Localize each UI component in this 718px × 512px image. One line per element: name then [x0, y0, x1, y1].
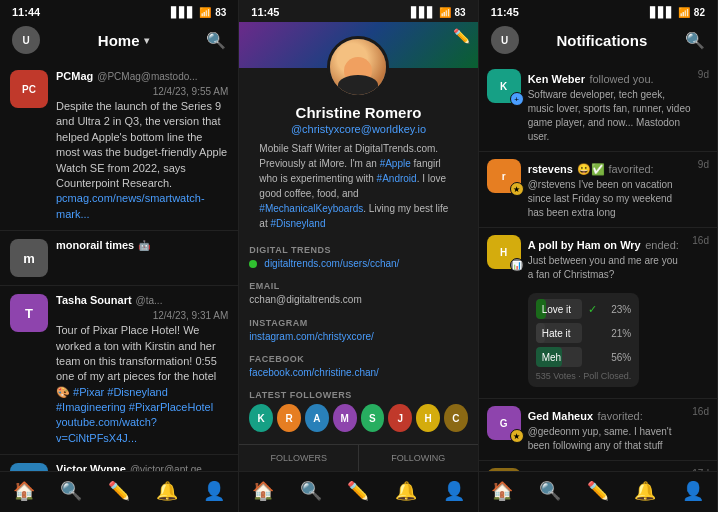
- poll-option: Love it ✓ 23%: [536, 299, 632, 319]
- nav-search-icon[interactable]: 🔍: [539, 480, 561, 502]
- instagram-link[interactable]: instagram.com/christyxcore/: [249, 331, 467, 342]
- hashtag[interactable]: #Disneyland: [270, 218, 325, 229]
- nav-notifications-icon[interactable]: 🔔: [156, 480, 178, 502]
- hashtag[interactable]: #MechanicalKeyboards: [259, 203, 363, 214]
- hashtag[interactable]: #PixarPlaceHotel: [129, 401, 213, 413]
- nav-home-icon[interactable]: 🏠: [13, 480, 35, 502]
- profile-header-image: ✏️: [239, 22, 477, 68]
- avatar-victor[interactable]: V: [10, 463, 48, 471]
- notif-name: rstevens: [528, 163, 573, 175]
- email-label: EMAIL: [249, 281, 467, 291]
- followers-stat[interactable]: FOLLOWERS: [239, 445, 358, 471]
- notif-avatar-joe1[interactable]: J ★: [487, 468, 521, 471]
- feed-link[interactable]: pcmag.com/news/smartwatch-mark...: [56, 192, 205, 219]
- nav-search-icon[interactable]: 🔍: [60, 480, 82, 502]
- follower-avatar[interactable]: H: [416, 404, 440, 432]
- notif-content: A poll by Ham on Wry ended: Just between…: [528, 235, 686, 282]
- nav-compose-icon[interactable]: ✏️: [108, 480, 130, 502]
- nav-profile-icon[interactable]: 👤: [203, 480, 225, 502]
- follower-avatar[interactable]: K: [249, 404, 273, 432]
- nav-compose-icon[interactable]: ✏️: [587, 480, 609, 502]
- notif-detail: Just between you and me are you a fan of…: [528, 254, 686, 282]
- poll-badge-icon: 📊: [510, 258, 524, 272]
- nav-home-icon[interactable]: 🏠: [491, 480, 513, 502]
- battery-notif: 82: [694, 7, 705, 18]
- status-bar-notif: 11:45 ▋▋▋ 📶 82: [479, 0, 717, 22]
- nav-profile-icon[interactable]: 👤: [682, 480, 704, 502]
- notif-item: G ★ Ged Maheux favorited: @gedeonm yup, …: [479, 399, 717, 461]
- following-stat[interactable]: FOLLOWING: [359, 445, 478, 471]
- home-title-wrap[interactable]: Home ▾: [98, 32, 149, 49]
- digital-trends-link[interactable]: digitaltrends.com/users/cchan/: [249, 258, 467, 269]
- feed-meta: PCMag @PCMag@mastodo... 12/4/23, 9:55 AM: [56, 70, 228, 97]
- profile-bio: Mobile Staff Writer at DigitalTrends.com…: [251, 141, 465, 231]
- notifications-header: U Notifications 🔍: [479, 22, 717, 62]
- hashtag[interactable]: #Pixar: [73, 386, 104, 398]
- notif-content: Ged Maheux favorited: @gedeonm yup, same…: [528, 406, 686, 453]
- wifi-icon: 📶: [439, 7, 451, 18]
- feed-text: Tour of Pixar Place Hotel! We worked a t…: [56, 323, 228, 446]
- follower-avatar[interactable]: S: [361, 404, 385, 432]
- hashtag[interactable]: #Imagineering: [56, 401, 126, 413]
- notif-action: favorited:: [598, 410, 643, 422]
- follower-avatar[interactable]: R: [277, 404, 301, 432]
- notif-name: A poll by Ham on Wry: [528, 239, 641, 251]
- mention[interactable]: #Apple: [380, 158, 411, 169]
- avatar-monorail[interactable]: m: [10, 239, 48, 277]
- feed-scroll: PC PCMag @PCMag@mastodo... 12/4/23, 9:55…: [0, 62, 238, 471]
- digital-trends-section: DIGITAL TRENDS digitaltrends.com/users/c…: [239, 239, 477, 275]
- search-icon[interactable]: 🔍: [685, 31, 705, 50]
- notif-detail: @rstevens I've been on vacation since la…: [528, 178, 691, 220]
- avatar-tasha[interactable]: T: [10, 294, 48, 332]
- profile-avatar[interactable]: [327, 36, 389, 98]
- feed-text: Despite the launch of the Series 9 and U…: [56, 99, 228, 222]
- user-avatar-notif[interactable]: U: [491, 26, 519, 54]
- notif-avatar-ged[interactable]: G ★: [487, 406, 521, 440]
- feed-name: monorail times: [56, 239, 134, 251]
- notif-avatar-ham[interactable]: H 📊: [487, 235, 521, 269]
- hashtag[interactable]: #Android: [377, 173, 417, 184]
- profile-panel: 11:45 ▋▋▋ 📶 83 ✏️ Christine Romero @chri…: [239, 0, 478, 512]
- nav-notifications-icon[interactable]: 🔔: [634, 480, 656, 502]
- edit-icon[interactable]: ✏️: [453, 28, 470, 44]
- follower-avatar[interactable]: J: [388, 404, 412, 432]
- follower-avatar[interactable]: A: [305, 404, 329, 432]
- notif-time: 16d: [692, 235, 709, 246]
- search-icon[interactable]: 🔍: [206, 31, 226, 50]
- notif-header: Ken Weber followed you.: [528, 69, 691, 87]
- hashtag[interactable]: #Disneyland: [107, 386, 168, 398]
- feed-content-victor: Victor Wynne @victor@apt.ge... 12/4/23, …: [56, 463, 228, 471]
- home-panel: 11:44 ▋▋▋ 📶 83 U Home ▾ 🔍 PC PCMag @PCM: [0, 0, 239, 512]
- follower-avatar[interactable]: M: [333, 404, 357, 432]
- status-icons-profile: ▋▋▋ 📶 83: [411, 7, 466, 18]
- notif-content: Ken Weber followed you. Software develop…: [528, 69, 691, 144]
- avatar-letter: PC: [10, 70, 48, 108]
- feed-name: Victor Wynne: [56, 463, 126, 471]
- feed-link[interactable]: youtube.com/watch?v=CiNtPFsX4J...: [56, 416, 157, 443]
- nav-notifications-icon[interactable]: 🔔: [395, 480, 417, 502]
- notif-avatar-ken[interactable]: K +: [487, 69, 521, 103]
- facebook-link[interactable]: facebook.com/christine.chan/: [249, 367, 467, 378]
- nav-compose-icon[interactable]: ✏️: [347, 480, 369, 502]
- nav-profile-icon[interactable]: 👤: [443, 480, 465, 502]
- feed-item: PC PCMag @PCMag@mastodo... 12/4/23, 9:55…: [0, 62, 238, 231]
- notif-avatar-rstevens[interactable]: r ★: [487, 159, 521, 193]
- follow-badge-icon: +: [510, 92, 524, 106]
- feed-content-tasha: Tasha Sounart @ta... 12/4/23, 9:31 AM To…: [56, 294, 228, 446]
- notif-header: A poll by Ham on Wry ended:: [528, 235, 686, 253]
- feed-handle: @PCMag@mastodo...: [97, 71, 197, 82]
- latest-followers-label: LATEST FOLLOWERS: [249, 390, 467, 400]
- notif-time: 9d: [698, 69, 709, 80]
- no-check-icon: ✓: [588, 327, 597, 340]
- user-avatar-home[interactable]: U: [12, 26, 40, 54]
- status-bar-home: 11:44 ▋▋▋ 📶 83: [0, 0, 238, 22]
- avatar-pcmag[interactable]: PC: [10, 70, 48, 108]
- nav-search-icon[interactable]: 🔍: [300, 480, 322, 502]
- notif-item: r ★ rstevens 😀✅ favorited: @rstevens I'v…: [479, 152, 717, 228]
- follower-avatar[interactable]: C: [444, 404, 468, 432]
- digital-trends-label: DIGITAL TRENDS: [249, 245, 467, 255]
- notif-time: 9d: [698, 159, 709, 170]
- nav-home-icon[interactable]: 🏠: [252, 480, 274, 502]
- chevron-down-icon: ▾: [144, 35, 149, 46]
- feed-handle: @victor@apt.ge...: [130, 464, 210, 471]
